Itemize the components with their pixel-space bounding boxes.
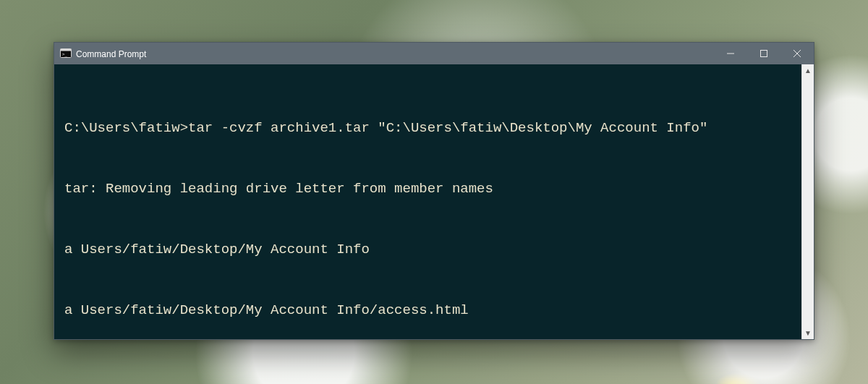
- command-prompt-icon: >_: [60, 48, 72, 59]
- terminal-line: a Users/fatiw/Desktop/My Account Info: [64, 239, 796, 260]
- scroll-down-button[interactable]: ▼: [802, 327, 814, 339]
- minimize-button[interactable]: [714, 43, 747, 64]
- terminal-line: a Users/fatiw/Desktop/My Account Info/ac…: [64, 300, 796, 320]
- titlebar[interactable]: >_ Command Prompt: [54, 43, 814, 64]
- desktop-background: >_ Command Prompt C:\Users\fatiw>tar -cv…: [0, 0, 868, 384]
- vertical-scrollbar[interactable]: ▲ ▼: [801, 64, 814, 339]
- window-client-area: C:\Users\fatiw>tar -cvzf archive1.tar "C…: [54, 64, 814, 339]
- chevron-up-icon: ▲: [804, 67, 812, 74]
- svg-rect-4: [761, 51, 767, 57]
- scroll-up-button[interactable]: ▲: [802, 64, 814, 77]
- terminal-line: C:\Users\fatiw>tar -cvzf archive1.tar "C…: [64, 118, 796, 138]
- scrollbar-track[interactable]: [802, 77, 814, 327]
- svg-text:>_: >_: [62, 51, 68, 57]
- terminal-output[interactable]: C:\Users\fatiw>tar -cvzf archive1.tar "C…: [54, 64, 801, 339]
- window-title: Command Prompt: [76, 48, 146, 59]
- maximize-button[interactable]: [747, 43, 780, 64]
- close-button[interactable]: [780, 43, 814, 64]
- chevron-down-icon: ▼: [804, 329, 812, 337]
- terminal-line: tar: Removing leading drive letter from …: [64, 179, 796, 199]
- command-prompt-window: >_ Command Prompt C:\Users\fatiw>tar -cv…: [54, 42, 814, 340]
